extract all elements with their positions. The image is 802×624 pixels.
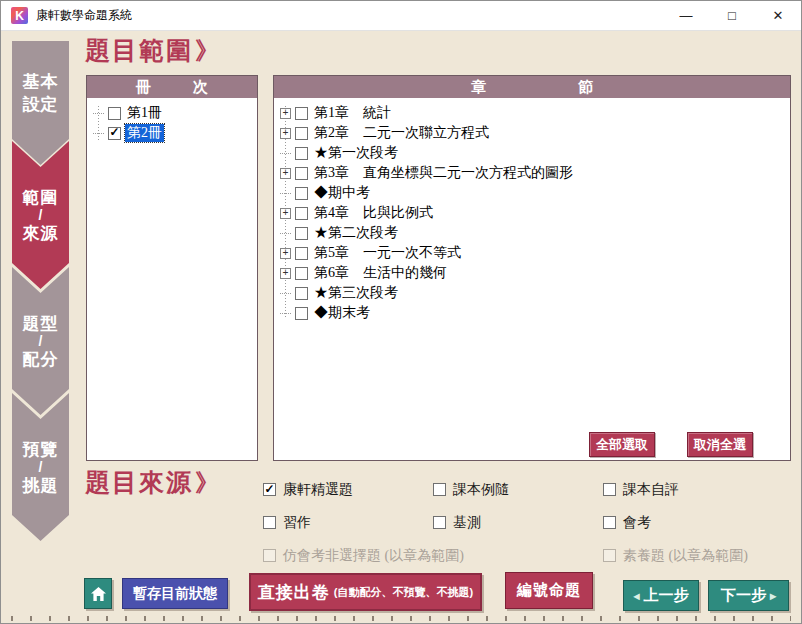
direct-generate-paper-button[interactable]: 直接出卷 (自動配分、不預覽、不挑題) [249,573,482,611]
next-step-button[interactable]: 下一步 ▸ [708,580,789,611]
tab-label: / [39,461,43,474]
chapter-row[interactable]: + ✓ 第5章 一元一次不等式 [274,243,790,263]
chapter-checkbox[interactable]: ✓ [295,107,308,120]
chapter-row[interactable]: + ✓ ◆期末考 [274,303,790,323]
chapter-checkbox[interactable]: ✓ [295,227,308,240]
source-label[interactable]: 習作 [283,514,311,532]
source-label[interactable]: 課本例隨 [453,481,509,499]
chevron-right-icon: 》 [195,467,219,499]
previous-step-label: 上一步 [644,586,689,605]
sidebar-tab-basic-settings[interactable]: 基本 設定 [12,41,69,165]
source-label[interactable]: 基測 [453,514,481,532]
chapter-label[interactable]: 第5章 一元一次不等式 [312,244,463,262]
volume-label[interactable]: 第1冊 [125,104,164,122]
close-icon[interactable]: ✕ [755,1,801,30]
tree-branch-icon [280,184,291,194]
chapter-checkbox[interactable]: ✓ [295,267,308,280]
home-button[interactable] [84,578,112,609]
source-option[interactable]: ✓ 素養題 (以章為範圍) [603,547,798,565]
source-label[interactable]: 康軒精選題 [283,481,353,499]
source-option[interactable]: ✓ 基測 [433,514,603,532]
chapter-checkbox[interactable]: ✓ [295,167,308,180]
chapter-row[interactable]: + ✓ ★第三次段考 [274,283,790,303]
tree-branch-icon [93,104,104,114]
next-step-label: 下一步 [721,586,766,605]
chapter-label[interactable]: 第6章 生活中的幾何 [312,264,449,282]
source-option[interactable]: ✓ 課本例隨 [433,481,603,499]
tab-label: 預覽 [23,438,59,461]
source-checkbox[interactable]: ✓ [263,516,276,529]
chapter-label[interactable]: ★第一次段考 [312,144,400,162]
chapter-label[interactable]: 第3章 直角坐標與二元一次方程式的圖形 [312,164,575,182]
chapter-checkbox[interactable]: ✓ [295,147,308,160]
expand-icon[interactable]: + [280,128,291,139]
source-checkbox[interactable]: ✓ [603,549,616,562]
source-option[interactable]: ✓ 習作 [263,514,433,532]
chapter-label[interactable]: 第2章 二元一次聯立方程式 [312,124,491,142]
source-label[interactable]: 仿會考非選擇題 (以章為範圍) [283,547,464,565]
chapter-row[interactable]: + ✓ 第6章 生活中的幾何 [274,263,790,283]
chapter-label[interactable]: ★第二次段考 [312,224,400,242]
volume-row[interactable]: ✓ 第1冊 [87,103,257,123]
previous-step-button[interactable]: ◂ 上一步 [623,580,699,611]
chapter-row[interactable]: + ✓ ★第二次段考 [274,223,790,243]
chapter-checkbox[interactable]: ✓ [295,247,308,260]
source-checkbox[interactable]: ✓ [263,483,276,496]
chapter-row[interactable]: + ✓ 第1章 統計 [274,103,790,123]
source-option[interactable]: ✓ 仿會考非選擇題 (以章為範圍) [263,547,433,565]
source-label[interactable]: 會考 [623,514,651,532]
chapter-label[interactable]: 第4章 比與比例式 [312,204,435,222]
chapter-label[interactable]: ◆期末考 [312,304,372,322]
source-option[interactable]: ✓ 康軒精選題 [263,481,433,499]
expand-icon[interactable]: + [280,248,291,259]
chapter-checkbox[interactable]: ✓ [295,187,308,200]
select-all-button[interactable]: 全部選取 [589,432,655,457]
tree-branch-icon [93,124,104,134]
tree-branch-icon [280,224,291,234]
arrow-left-icon: ◂ [633,589,639,603]
volume-row[interactable]: ✓ 第2冊 [87,123,257,143]
chapter-checkbox[interactable]: ✓ [295,307,308,320]
expand-icon[interactable]: + [280,268,291,279]
source-option[interactable]: ✓ 課本自評 [603,481,798,499]
source-checkbox[interactable]: ✓ [603,516,616,529]
source-label[interactable]: 課本自評 [623,481,679,499]
chapter-checkbox[interactable]: ✓ [295,287,308,300]
tab-label: / [39,209,43,222]
sidebar-tab-question-types[interactable]: 題型 / 配分 [12,267,69,415]
chapter-row[interactable]: + ✓ 第4章 比與比例式 [274,203,790,223]
source-label[interactable]: 素養題 (以章為範圍) [623,547,748,565]
source-checkbox[interactable]: ✓ [433,516,446,529]
volume-panel: 冊 次 ✓ 第1冊 ✓ 第2冊 [86,75,258,461]
expand-icon[interactable]: + [280,208,291,219]
chapter-row[interactable]: + ✓ 第2章 二元一次聯立方程式 [274,123,790,143]
title-bar: K 康軒數學命題系統 — □ ✕ [1,1,801,31]
save-current-state-button[interactable]: 暫存目前狀態 [122,578,228,609]
chapter-label[interactable]: ◆期中考 [312,184,372,202]
expand-icon[interactable]: + [280,108,291,119]
chapter-row[interactable]: + ✓ ★第一次段考 [274,143,790,163]
chapter-panel-header: 章 節 [274,76,790,98]
sidebar-tab-preview-pick[interactable]: 預覽 / 挑題 [12,393,69,541]
tab-label: 挑題 [23,474,59,497]
source-checkbox[interactable]: ✓ [263,549,276,562]
numbered-question-button[interactable]: 編號命題 [505,572,593,609]
chapter-checkbox[interactable]: ✓ [295,127,308,140]
source-checkbox[interactable]: ✓ [603,483,616,496]
chapter-label[interactable]: ★第三次段考 [312,284,400,302]
minimize-icon[interactable]: — [663,1,709,30]
tab-label: 題型 [23,312,59,335]
chapter-row[interactable]: + ✓ 第3章 直角坐標與二元一次方程式的圖形 [274,163,790,183]
check-icon: ✓ [109,127,119,137]
volume-checkbox[interactable]: ✓ [108,127,121,140]
volume-label[interactable]: 第2冊 [125,124,164,142]
maximize-icon[interactable]: □ [709,1,755,30]
chapter-checkbox[interactable]: ✓ [295,207,308,220]
deselect-all-button[interactable]: 取消全選 [687,432,753,457]
expand-icon[interactable]: + [280,168,291,179]
source-checkbox[interactable]: ✓ [433,483,446,496]
chapter-row[interactable]: + ✓ ◆期中考 [274,183,790,203]
volume-checkbox[interactable]: ✓ [108,107,121,120]
chapter-label[interactable]: 第1章 統計 [312,104,393,122]
source-option[interactable]: ✓ 會考 [603,514,798,532]
